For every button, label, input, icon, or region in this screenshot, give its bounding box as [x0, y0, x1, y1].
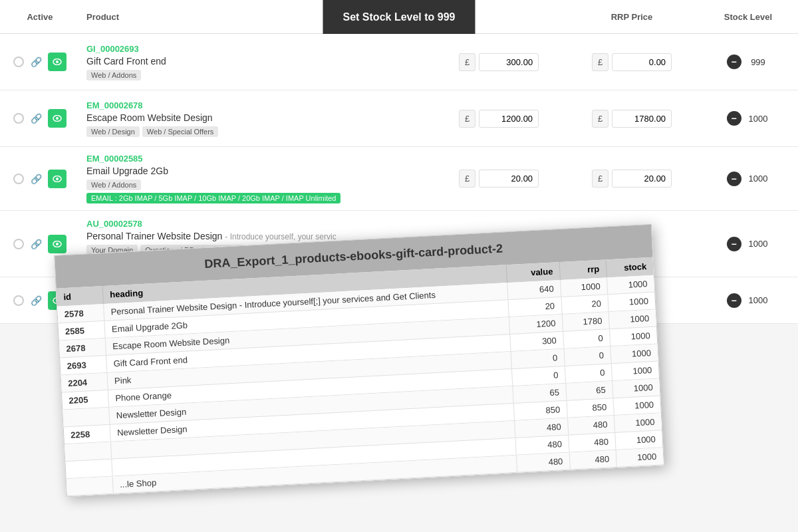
price-input-2[interactable] [479, 110, 539, 128]
export-cell-stock: 1000 [614, 396, 661, 415]
export-cell-rrp: 0 [563, 329, 610, 348]
tag-2-0[interactable]: Web / Design [86, 126, 140, 137]
product-tags-2: Web / Design Web / Special Offers [86, 126, 419, 137]
rrp-input-1[interactable] [612, 53, 672, 71]
minus-btn-4[interactable]: − [727, 237, 741, 251]
export-cell-value: 0 [511, 349, 565, 368]
export-cell-rrp: 0 [565, 346, 612, 366]
row-stock-4: − 1000 [698, 237, 798, 251]
table-row: 🔗 EM_00002585 Email Upgrade 2Gb Web / Ad… [0, 147, 798, 211]
product-id-2[interactable]: EM_00002678 [86, 100, 419, 110]
table-row: 🔗 GI_00002693 Gift Card Front end Web / … [0, 34, 798, 90]
export-overlay: DRA_Export_1_products-ebooks-gift-card-p… [54, 224, 664, 497]
product-id-4[interactable]: AU_00002578 [86, 219, 419, 229]
link-icon-2[interactable]: 🔗 [29, 112, 43, 125]
tag-2-1[interactable]: Web / Special Offers [142, 126, 218, 137]
product-id-1[interactable]: GI_00002693 [86, 44, 419, 54]
tag-3-green[interactable]: EMAIL : 2Gb IMAP / 5Gb IMAP / 10Gb IMAP … [86, 193, 340, 203]
row-stock-2: − 1000 [698, 111, 798, 126]
export-cell-rrp: 480 [568, 416, 615, 435]
export-cell-value: 640 [507, 280, 561, 299]
product-tags-3: Web / Addons [86, 180, 419, 190]
export-cell-id [65, 460, 112, 479]
row-checkbox-1[interactable] [13, 57, 24, 67]
minus-btn-2[interactable]: − [727, 111, 741, 126]
export-cell-id: 2205 [62, 390, 109, 410]
export-cell-value: 65 [513, 384, 567, 403]
export-col-value-header: value [507, 262, 561, 283]
export-cell-stock: 1000 [609, 310, 656, 329]
row-product-2: EM_00002678 Escape Room Website Design W… [80, 100, 432, 137]
eye-icon-1[interactable] [48, 53, 66, 71]
product-tags-1: Web / Addons [86, 70, 419, 80]
export-cell-id [65, 442, 112, 462]
export-cell-value: 0 [512, 366, 566, 386]
row-rrp-2: £ [565, 110, 698, 128]
minus-btn-3[interactable]: − [727, 172, 741, 186]
eye-icon-4[interactable] [48, 235, 66, 253]
row-active-4: 🔗 [0, 235, 80, 253]
price-input-3[interactable] [479, 170, 539, 188]
svg-point-3 [56, 117, 59, 120]
export-col-id-header: id [57, 286, 104, 307]
currency-symbol-3: £ [459, 170, 475, 188]
set-stock-button[interactable]: Set Stock Level to 999 [323, 0, 475, 34]
table-header: Active Product Set Stock Level to 999 RR… [0, 0, 798, 34]
minus-btn-5[interactable]: − [727, 293, 741, 308]
export-cell-id [63, 408, 110, 427]
export-cell-rrp: 65 [566, 381, 613, 400]
row-checkbox-4[interactable] [13, 239, 24, 249]
export-cell-value: 300 [510, 332, 564, 351]
row-price-2: £ [432, 110, 565, 128]
row-stock-5: − 1000 [698, 293, 798, 308]
row-rrp-1: £ [565, 53, 698, 71]
export-cell-id: 2258 [64, 425, 111, 444]
export-cell-stock: 1000 [610, 344, 658, 364]
rrp-input-3[interactable] [612, 170, 672, 188]
header-stock: Stock Level [698, 12, 798, 22]
product-name-3: Email Upgrade 2Gb [86, 166, 419, 176]
link-icon-5[interactable]: 🔗 [29, 294, 43, 307]
product-name-2: Escape Room Website Design [86, 112, 419, 123]
row-active-3: 🔗 [0, 170, 80, 188]
export-cell-stock: 1000 [616, 448, 664, 467]
export-cell-stock: 1000 [615, 430, 662, 450]
currency-symbol-1: £ [459, 53, 475, 71]
export-cell-stock: 1000 [610, 327, 657, 346]
export-cell-value: 1200 [509, 315, 563, 334]
price-input-1[interactable] [479, 53, 539, 71]
link-icon-1[interactable]: 🔗 [29, 55, 43, 68]
tag-1-0[interactable]: Web / Addons [86, 70, 141, 80]
tag-3-0[interactable]: Web / Addons [86, 180, 141, 190]
export-cell-rrp: 480 [570, 450, 617, 469]
product-id-3[interactable]: EM_00002585 [86, 154, 419, 164]
export-cell-stock: 1000 [612, 378, 660, 398]
table-row: 🔗 EM_00002678 Escape Room Website Design… [0, 90, 798, 147]
product-name-suffix-4: - Introduce yourself, your servic [225, 232, 336, 241]
link-icon-3[interactable]: 🔗 [29, 172, 43, 186]
export-cell-value: 480 [515, 418, 569, 438]
currency-symbol-2: £ [459, 110, 475, 128]
link-icon-4[interactable]: 🔗 [29, 237, 43, 251]
rrp-currency-2: £ [592, 110, 608, 128]
row-checkbox-5[interactable] [13, 295, 24, 306]
stock-val-1: 999 [747, 57, 770, 67]
export-cell-id: 2578 [57, 304, 104, 323]
row-checkbox-3[interactable] [13, 174, 24, 184]
eye-icon-2[interactable] [48, 109, 66, 128]
stock-val-3: 1000 [747, 174, 770, 184]
row-price-1: £ [432, 53, 565, 71]
row-checkbox-2[interactable] [13, 113, 24, 124]
export-cell-id: 2204 [61, 373, 108, 392]
export-cell-value: 480 [517, 453, 571, 472]
export-cell-stock: 1000 [608, 293, 655, 312]
eye-icon-3[interactable] [48, 170, 66, 188]
export-cell-rrp: 1000 [561, 277, 608, 297]
export-cell-id: 2678 [59, 338, 106, 358]
header-active: Active [0, 12, 80, 22]
minus-btn-1[interactable]: − [727, 55, 741, 69]
row-product-3: EM_00002585 Email Upgrade 2Gb Web / Addo… [80, 154, 432, 203]
row-stock-3: − 1000 [698, 172, 798, 186]
stock-val-4: 1000 [747, 239, 770, 249]
rrp-input-2[interactable] [612, 110, 672, 128]
